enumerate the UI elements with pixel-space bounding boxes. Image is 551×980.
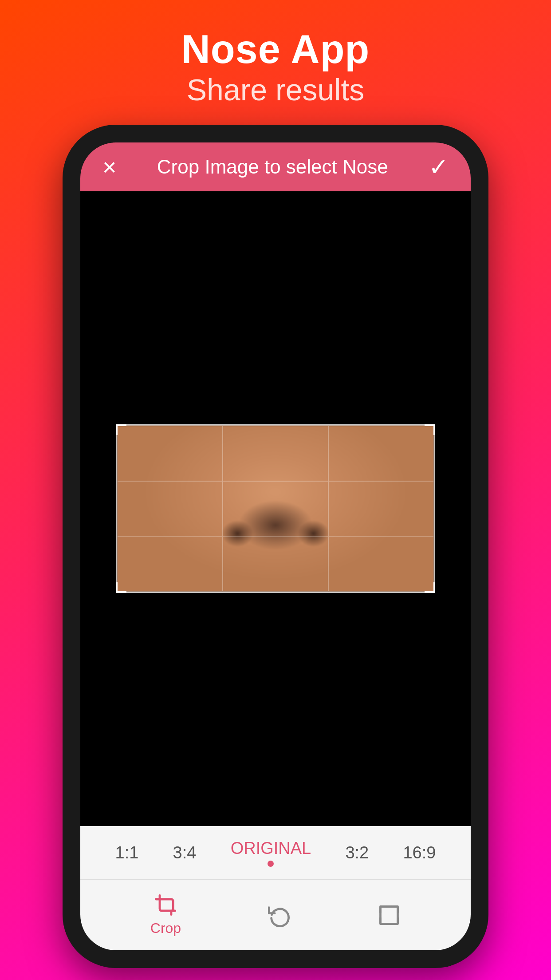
nose-image xyxy=(117,426,434,592)
crop-label: Crop xyxy=(150,920,181,937)
bottom-toolbar: Crop xyxy=(80,879,471,950)
ratio-3-4[interactable]: 3:4 xyxy=(173,843,197,862)
close-icon[interactable]: × xyxy=(102,153,117,181)
phone-screen: × Crop Image to select Nose ✓ xyxy=(80,142,471,950)
expand-tool[interactable] xyxy=(378,904,401,927)
corner-handle-tr[interactable] xyxy=(425,424,435,435)
phone-shell: × Crop Image to select Nose ✓ xyxy=(63,125,488,968)
crop-icon xyxy=(154,893,177,917)
crop-header-bar: × Crop Image to select Nose ✓ xyxy=(80,142,471,191)
ratio-16-9[interactable]: 16:9 xyxy=(403,843,436,862)
app-title: Nose App xyxy=(181,27,370,72)
ratio-active-dot xyxy=(268,861,274,867)
rotate-icon xyxy=(268,904,291,927)
crop-tool[interactable]: Crop xyxy=(150,893,181,937)
rotate-tool[interactable] xyxy=(268,904,291,927)
ratio-original[interactable]: ORIGINAL xyxy=(231,839,311,867)
ratio-bar: 1:1 3:4 ORIGINAL 3:2 16:9 xyxy=(80,826,471,879)
crop-header-title: Crop Image to select Nose xyxy=(157,156,388,178)
confirm-icon[interactable]: ✓ xyxy=(429,153,449,181)
app-header: Nose App Share results xyxy=(181,27,370,107)
corner-handle-tl[interactable] xyxy=(116,424,126,435)
svg-rect-0 xyxy=(381,906,398,924)
expand-icon xyxy=(378,904,401,927)
ratio-3-2[interactable]: 3:2 xyxy=(345,843,369,862)
ratio-1-1[interactable]: 1:1 xyxy=(115,843,139,862)
app-subtitle: Share results xyxy=(181,72,370,107)
crop-box[interactable] xyxy=(116,424,435,593)
corner-handle-bl[interactable] xyxy=(116,582,126,593)
corner-handle-br[interactable] xyxy=(425,582,435,593)
image-area xyxy=(80,191,471,826)
